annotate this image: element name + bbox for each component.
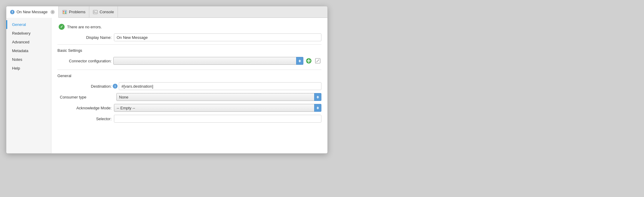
main-content: General Redelivery Advanced Metadata Not… [6, 18, 327, 153]
acknowledge-mode-label: Acknowledge Mode: [57, 106, 112, 110]
tab-on-new-message[interactable]: f On New Message × [6, 6, 59, 18]
tab-bar: f On New Message × Problems [6, 6, 327, 18]
destination-row: Destination: i [57, 82, 321, 90]
sidebar-item-notes[interactable]: Notes [6, 55, 51, 64]
tab-console[interactable]: Console [89, 6, 118, 17]
svg-point-4 [65, 11, 66, 12]
basic-settings-title: Basic Settings [57, 48, 321, 54]
panel: ✓ There are no errors. Display Name: Bas… [51, 18, 327, 153]
acknowledge-mode-select-wrapper: -- Empty -- AUTO MANUAL DUPS_OK NONE [114, 104, 321, 112]
acknowledge-mode-row: Acknowledge Mode: -- Empty -- AUTO MANUA… [57, 104, 321, 112]
selector-row: Selector: [57, 115, 321, 123]
sidebar-item-metadata[interactable]: Metadata [6, 46, 51, 55]
status-bar: ✓ There are no errors. [57, 21, 321, 33]
consumer-type-select[interactable]: None Default [116, 93, 321, 101]
tab-console-label: Console [100, 10, 114, 14]
status-ok-icon: ✓ [59, 24, 65, 30]
connector-config-select[interactable] [113, 57, 303, 65]
general-section: General Destination: i Consumer type Non… [57, 73, 321, 123]
selector-label: Selector: [57, 117, 112, 121]
problems-icon [62, 10, 67, 14]
basic-settings-section: Basic Settings Connector configuration: [57, 48, 321, 65]
selector-input[interactable] [114, 115, 321, 123]
destination-label: Destination: [57, 84, 112, 89]
close-tab-button[interactable]: × [51, 10, 55, 14]
sidebar: General Redelivery Advanced Metadata Not… [6, 18, 51, 153]
general-section-title: General [57, 73, 321, 79]
sidebar-item-redelivery[interactable]: Redelivery [6, 29, 51, 38]
sidebar-item-advanced[interactable]: Advanced [6, 38, 51, 46]
display-name-label: Display Name: [57, 35, 112, 40]
consumer-type-select-wrapper: None Default [116, 93, 321, 101]
sidebar-item-help[interactable]: Help [6, 64, 51, 73]
section-divider-1 [57, 44, 321, 45]
edit-connector-button[interactable] [314, 57, 321, 64]
tab-problems[interactable]: Problems [59, 6, 89, 17]
tab-on-new-message-label: On New Message [17, 10, 48, 14]
svg-point-5 [63, 12, 64, 14]
acknowledge-mode-select[interactable]: -- Empty -- AUTO MANUAL DUPS_OK NONE [114, 104, 321, 112]
destination-info-badge: i [113, 84, 118, 89]
consumer-type-label: Consumer type [60, 95, 114, 99]
display-name-input[interactable] [114, 33, 321, 41]
add-connector-button[interactable] [305, 57, 312, 64]
section-divider-2 [57, 70, 321, 70]
main-window: f On New Message × Problems [6, 6, 328, 154]
status-message: There are no errors. [67, 25, 102, 29]
svg-rect-2 [63, 10, 67, 14]
tab-problems-label: Problems [69, 10, 85, 14]
plus-icon [306, 58, 312, 64]
svg-point-6 [65, 12, 66, 14]
connector-config-row: Connector configuration: [57, 57, 321, 65]
connector-config-select-wrapper [113, 57, 303, 65]
svg-point-3 [63, 11, 64, 12]
edit-icon [315, 58, 320, 64]
destination-input[interactable] [119, 82, 321, 90]
display-name-row: Display Name: [57, 33, 321, 41]
svg-rect-7 [93, 10, 97, 14]
flow-icon: f [10, 10, 15, 14]
sidebar-item-general[interactable]: General [6, 20, 51, 29]
connector-config-label: Connector configuration: [57, 59, 112, 63]
console-icon [93, 10, 98, 14]
consumer-type-row: Consumer type None Default [57, 93, 321, 101]
